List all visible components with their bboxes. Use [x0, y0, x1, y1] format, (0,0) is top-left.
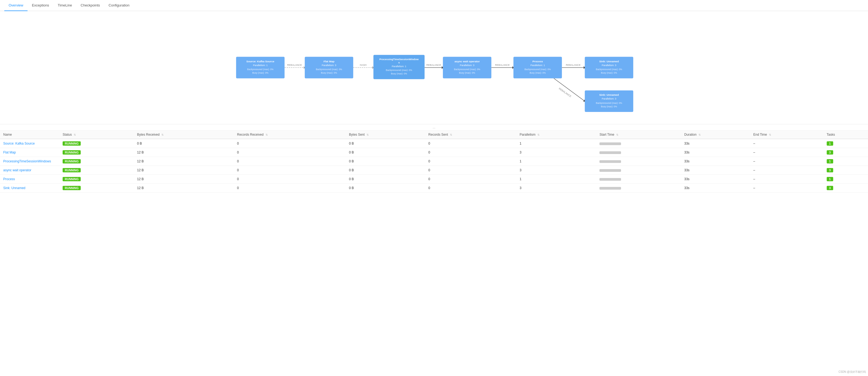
sort-icon-br: ⇅ [161, 133, 163, 136]
cell-name: async wait operator [0, 166, 59, 175]
jobs-table: Name Status ⇅ Bytes Received ⇅ Records R… [0, 131, 868, 193]
node-sink2-bp: Backpressured (max): 0% [596, 102, 622, 104]
table-row: Sink: UnnamedRUNNING12 B00 B0333s–3 [0, 184, 868, 193]
job-name-link[interactable]: ProcessingTimeSessionWindows [3, 160, 51, 163]
col-duration[interactable]: Duration ⇅ [681, 131, 750, 139]
job-name-link[interactable]: Source: Kafka Source [3, 142, 35, 145]
table-row: async wait operatorRUNNING12 B00 B0333s–… [0, 166, 868, 175]
edge-label-rebalance5: REBALANCE [558, 87, 572, 98]
cell-status: RUNNING [59, 148, 134, 157]
col-parallelism[interactable]: Parallelism ⇅ [516, 131, 596, 139]
col-tasks[interactable]: Tasks [824, 131, 868, 139]
cell-bytes-sent: 0 B [346, 175, 425, 184]
cell-bytes-sent: 0 B [346, 139, 425, 148]
node-process-parallelism: Parallelism: 1 [530, 64, 545, 67]
col-bytes-received[interactable]: Bytes Received ⇅ [134, 131, 234, 139]
cell-status: RUNNING [59, 184, 134, 193]
cell-records-sent: 0 [425, 148, 516, 157]
cell-start-time [596, 157, 681, 166]
cell-records-received: 0 [234, 166, 346, 175]
cell-end-time: – [750, 139, 824, 148]
node-session-title2: s [398, 61, 400, 64]
node-flatmap-busy: Busy (max): 0% [321, 71, 337, 74]
sort-icon-p: ⇅ [537, 133, 539, 136]
cell-bytes-received: 12 B [134, 166, 234, 175]
cell-records-received: 0 [234, 175, 346, 184]
edge-label-rebalance1: REBALANCE [287, 64, 302, 66]
sort-icon-et: ⇅ [769, 133, 771, 136]
tab-overview[interactable]: Overview [4, 0, 28, 11]
cell-bytes-received: 0 B [134, 139, 234, 148]
cell-name: Source: Kafka Source [0, 139, 59, 148]
tab-checkpoints[interactable]: Checkpoints [76, 0, 104, 11]
cell-start-time [596, 148, 681, 157]
cell-duration: 33s [681, 166, 750, 175]
col-records-sent[interactable]: Records Sent ⇅ [425, 131, 516, 139]
cell-tasks: 1 [824, 175, 868, 184]
cell-start-time [596, 184, 681, 193]
job-name-link[interactable]: Process [3, 177, 15, 181]
cell-parallelism: 1 [516, 175, 596, 184]
job-name-link[interactable]: Sink: Unnamed [3, 186, 25, 190]
node-flatmap-title: Flat Map [323, 60, 334, 63]
cell-tasks: 1 [824, 157, 868, 166]
cell-status: RUNNING [59, 157, 134, 166]
col-start-time[interactable]: Start Time ⇅ [596, 131, 681, 139]
blurred-time [599, 142, 621, 145]
cell-records-received: 0 [234, 157, 346, 166]
edge-label-rebalance4: REBALANCE [566, 64, 581, 66]
tab-exceptions[interactable]: Exceptions [28, 0, 54, 11]
job-name-link[interactable]: async wait operator [3, 168, 31, 172]
tab-bar: Overview Exceptions TimeLine Checkpoints… [0, 0, 868, 11]
tasks-badge: 1 [827, 177, 833, 181]
sort-icon-st: ⇅ [616, 133, 618, 136]
col-bytes-sent[interactable]: Bytes Sent ⇅ [346, 131, 425, 139]
status-badge: RUNNING [63, 159, 81, 164]
blurred-time [599, 178, 621, 181]
sort-icon-status: ⇅ [74, 133, 76, 136]
tasks-badge: 3 [827, 168, 833, 172]
cell-bytes-received: 12 B [134, 148, 234, 157]
col-end-time[interactable]: End Time ⇅ [750, 131, 824, 139]
tasks-badge: 3 [827, 150, 833, 155]
cell-records-received: 0 [234, 148, 346, 157]
cell-duration: 33s [681, 139, 750, 148]
tab-configuration[interactable]: Configuration [104, 0, 133, 11]
table-section: ... Name Status ⇅ Bytes Received ⇅ Recor… [0, 124, 868, 193]
cell-duration: 33s [681, 175, 750, 184]
tab-timeline[interactable]: TimeLine [54, 0, 76, 11]
cell-bytes-received: 12 B [134, 175, 234, 184]
cell-status: RUNNING [59, 139, 134, 148]
cell-start-time [596, 166, 681, 175]
cell-name: Process [0, 175, 59, 184]
status-badge: RUNNING [63, 186, 81, 190]
node-flatmap-parallelism: Parallelism: 3 [322, 64, 336, 67]
cell-records-received: 0 [234, 139, 346, 148]
cell-end-time: – [750, 166, 824, 175]
node-session-busy: Busy (max): 0% [391, 72, 407, 75]
cell-parallelism: 3 [516, 166, 596, 175]
node-process-title: Process [532, 60, 543, 63]
cell-records-sent: 0 [425, 166, 516, 175]
col-records-received[interactable]: Records Received ⇅ [234, 131, 346, 139]
node-sink2-busy: Busy (max): 0% [601, 105, 617, 108]
job-name-link[interactable]: Flat Map [3, 150, 16, 154]
cell-name: ProcessingTimeSessionWindows [0, 157, 59, 166]
node-sink2-parallelism: Parallelism: 3 [602, 97, 616, 100]
col-status[interactable]: Status ⇅ [59, 131, 134, 139]
cell-bytes-received: 12 B [134, 157, 234, 166]
col-name[interactable]: Name [0, 131, 59, 139]
node-sink2-title: Sink: Unnamed [599, 93, 619, 96]
table-header: Name Status ⇅ Bytes Received ⇅ Records R… [0, 131, 868, 139]
node-flatmap-bp: Backpressured (max): 0% [316, 68, 342, 71]
cell-duration: 33s [681, 184, 750, 193]
table-row: ProcessingTimeSessionWindowsRUNNING12 B0… [0, 157, 868, 166]
sort-icon-rs: ⇅ [450, 133, 452, 136]
blurred-time [599, 187, 621, 190]
cell-records-received: 0 [234, 184, 346, 193]
cell-duration: 33s [681, 148, 750, 157]
node-async-title: async wait operator [455, 60, 480, 63]
cell-start-time [596, 175, 681, 184]
cell-parallelism: 3 [516, 148, 596, 157]
tasks-badge: 1 [827, 141, 833, 146]
